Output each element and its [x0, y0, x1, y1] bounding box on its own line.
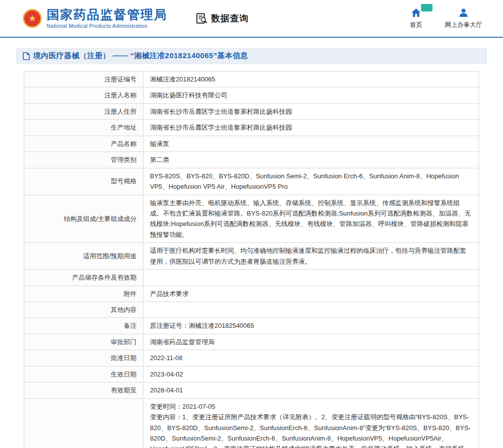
row-value: 湘械注准20182140065 — [144, 72, 479, 87]
row-value — [144, 270, 479, 286]
row-value: 湖南比扬医疗科技有限公司 — [144, 87, 479, 103]
row-label: 生产地址 — [24, 120, 144, 136]
row-label: 结构及组成/主要组成成分 — [24, 195, 144, 243]
row-value: 2023-04-02 — [144, 366, 479, 382]
row-value: 变更时间：2021-07-05 变更内容：1、变更注册证所附产品技术要求（详见附… — [144, 398, 479, 448]
national-emblem-logo: ★ — [23, 9, 42, 28]
table-row: 结构及组成/主要组成成分输液泵主要由外壳、电机驱动系统、输入系统、存储系统、控制… — [24, 195, 479, 243]
page: { "header": { "site_name": "国家药品监督管理局", … — [0, 0, 503, 448]
page-title-bar: 境内医疗器械（注册） —— “湘械注准20182140065”基本信息 — [16, 48, 487, 64]
table-row: 其他内容 — [24, 302, 479, 318]
table-row: 生产地址湖南省长沙市岳麓区学士街道黎家村路比扬科技园 — [24, 120, 479, 136]
row-label: 审批部门 — [24, 334, 144, 350]
nav-service-hall[interactable]: 网上办事大厅 — [445, 8, 482, 29]
row-label: 有效期至 — [24, 382, 144, 398]
row-label: 适用范围/预期用途 — [24, 243, 144, 270]
row-value — [144, 302, 479, 318]
row-label: 产品储存条件及有效期 — [24, 270, 144, 286]
brand: ★ 国家药品监督管理局 National Medical Products Ad… — [23, 8, 167, 29]
table-row: 变更情况变更时间：2021-07-05 变更内容：1、变更注册证所附产品技术要求… — [24, 398, 479, 448]
row-label: 变更情况 — [24, 398, 144, 448]
table-row: 注册人住所湖南省长沙市岳麓区学士街道黎家村路比扬科技园 — [24, 103, 479, 119]
table-row: 产品名称输液泵 — [24, 136, 479, 151]
accessibility-badge[interactable] — [421, 4, 432, 11]
info-table: 注册证编号湘械注准20182140065注册人名称湖南比扬医疗科技有限公司注册人… — [24, 71, 479, 448]
table-row: 有效期至2028-04-01 — [24, 382, 479, 398]
site-name-en: National Medical Products Administration — [47, 23, 167, 29]
row-label: 管理类别 — [24, 152, 144, 168]
page-title: 境内医疗器械（注册） —— “湘械注准20182140065”基本信息 — [33, 51, 248, 61]
table-wrap: 注册证编号湘械注准20182140065注册人名称湖南比扬医疗科技有限公司注册人… — [24, 71, 479, 448]
row-value: 第二类 — [144, 152, 479, 168]
document-icon — [23, 52, 30, 60]
info-table-body: 注册证编号湘械注准20182140065注册人名称湖南比扬医疗科技有限公司注册人… — [24, 72, 479, 448]
row-value: 湖南省长沙市岳麓区学士街道黎家村路比扬科技园 — [144, 120, 479, 136]
content: 境内医疗器械（注册） —— “湘械注准20182140065”基本信息 注册证编… — [0, 38, 503, 448]
row-value: 产品技术要求 — [144, 286, 479, 301]
row-value: BYS-820S、BYS-820、BYS-820D、Sunfusion Semi… — [144, 168, 479, 195]
nav-data-query[interactable]: 数据查询 — [196, 12, 249, 24]
data-query-label: 数据查询 — [211, 12, 249, 24]
table-row: 产品储存条件及有效期 — [24, 270, 479, 286]
table-row: 注册证编号湘械注准20182140065 — [24, 72, 479, 87]
data-query-icon — [196, 13, 208, 24]
table-row: 附件产品技术要求 — [24, 286, 479, 301]
row-value: 输液泵主要由外壳、电机驱动系统、输入系统、存储系统、控制系统、显示系统、传感监测… — [144, 195, 479, 243]
table-row: 注册人名称湖南比扬医疗科技有限公司 — [24, 87, 479, 103]
table-row: 批准日期2022-11-08 — [24, 350, 479, 366]
home-icon — [412, 8, 421, 18]
row-label: 其他内容 — [24, 302, 144, 318]
row-label: 产品名称 — [24, 136, 144, 151]
table-row: 审批部门湖南省药品监督管理局 — [24, 334, 479, 350]
nav-service-hall-label: 网上办事大厅 — [445, 21, 482, 29]
header-nav: 首页 网上办事大厅 — [406, 8, 482, 29]
row-value: 输液泵 — [144, 136, 479, 151]
row-value: 湖南省药品监督管理局 — [144, 334, 479, 350]
row-label: 注册人名称 — [24, 87, 144, 103]
table-row: 适用范围/预期用途适用于医疗机构对需要长时间、均匀准确地控制输液速度和监控输液过… — [24, 243, 479, 270]
row-value: 原注册证号：湘械注准20182540065 — [144, 318, 479, 334]
row-label: 备注 — [24, 318, 144, 334]
row-value: 适用于医疗机构对需要长时间、均匀准确地控制输液速度和监控输液过程的临床治疗，包括… — [144, 243, 479, 270]
row-label: 注册证编号 — [24, 72, 144, 87]
table-row: 备注原注册证号：湘械注准20182540065 — [24, 318, 479, 334]
row-label: 生效日期 — [24, 366, 144, 382]
row-value: 2028-04-01 — [144, 382, 479, 398]
site-name: 国家药品监督管理局 — [47, 8, 167, 22]
table-row: 生效日期2023-04-02 — [24, 366, 479, 382]
row-label: 型号规格 — [24, 168, 144, 195]
nav-home-label: 首页 — [410, 21, 423, 29]
row-label: 注册人住所 — [24, 103, 144, 119]
user-icon — [459, 8, 468, 18]
table-row: 型号规格BYS-820S、BYS-820、BYS-820D、Sunfusion … — [24, 168, 479, 195]
row-value: 2022-11-08 — [144, 350, 479, 366]
header: ★ 国家药品监督管理局 National Medical Products Ad… — [0, 0, 503, 38]
row-label: 附件 — [24, 286, 144, 301]
row-label: 批准日期 — [24, 350, 144, 366]
brand-text: 国家药品监督管理局 National Medical Products Admi… — [47, 8, 167, 29]
table-row: 管理类别第二类 — [24, 152, 479, 168]
row-value: 湖南省长沙市岳麓区学士街道黎家村路比扬科技园 — [144, 103, 479, 119]
